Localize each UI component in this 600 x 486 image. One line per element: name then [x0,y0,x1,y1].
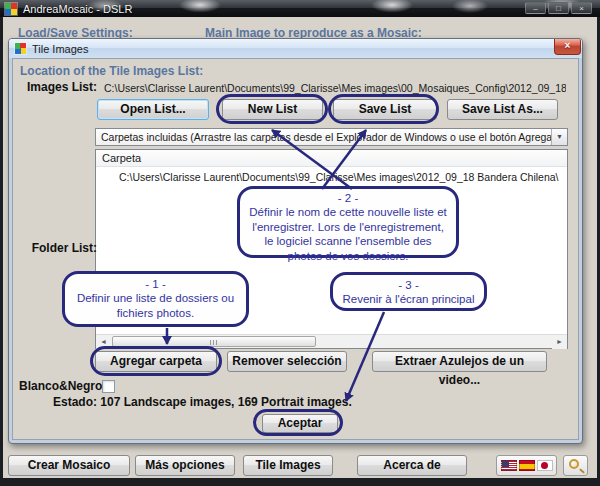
language-selector-button[interactable] [496,455,557,476]
new-list-button[interactable]: New List [222,99,323,120]
callout-step-2: - 2 - Définir le nom de cette nouvelle l… [237,186,459,258]
extraer-azulejos-button[interactable]: Extraer Azulejos de un video... [372,351,547,372]
magnifier-icon [569,459,579,469]
dialog-close-button[interactable]: × [554,39,581,55]
zoom-button[interactable] [563,455,588,476]
folder-list-row[interactable]: C:\Users\Clarisse Laurent\Documents\99_C… [119,171,559,183]
app-window: AndreaMosaic - DSLR – □ × Load/Save Sett… [0,0,600,486]
agregar-carpeta-button[interactable]: Agregar carpeta [95,351,217,372]
spain-flag-icon [519,460,535,471]
blanco-negro-label: Blanco&Negro: [19,379,97,393]
minimize-button[interactable]: – [525,2,546,14]
folder-mode-select[interactable]: Carpetas incluidas (Arrastre las carpeta… [95,128,568,146]
window-titlebar: AndreaMosaic - DSLR – □ × [0,0,600,17]
callout-1-text: Definir une liste de dossiers ou fichier… [73,291,238,320]
dialog-title: Tile Images [32,43,88,55]
scrollbar-thumb[interactable] [112,336,316,347]
location-header: Location of the Tile Images List: [20,64,203,78]
us-flag-icon [501,460,517,471]
acerca-de-button[interactable]: Acerca de [357,455,467,476]
images-list-label: Images List: [15,80,97,94]
folder-list-label: Folder List: [15,241,97,255]
japan-flag-icon [537,460,553,471]
horizontal-scrollbar[interactable]: ◄ ► [96,334,567,348]
callout-step-1: - 1 - Definir une liste de dossiers ou f… [62,271,249,327]
callout-3-text: Revenir à l'écran principal [341,292,476,306]
remover-seleccion-button[interactable]: Remover selección [227,351,347,372]
status-text: Estado: 107 Landscape images, 169 Portra… [53,395,352,409]
scrollbar-grip-icon [210,340,219,345]
tile-images-button[interactable]: Tile Images [243,455,333,476]
folder-column-header[interactable]: Carpeta [96,150,567,167]
save-list-button[interactable]: Save List [333,99,437,120]
andreamosaic-app-icon [5,3,17,15]
callout-3-title: - 3 - [341,278,476,292]
crear-mosaico-button[interactable]: Crear Mosaico [8,455,130,476]
callout-step-3: - 3 - Revenir à l'écran principal [330,272,487,311]
scroll-right-icon[interactable]: ► [552,335,567,349]
tile-images-dialog-icon [15,43,26,54]
images-list-path: C:\Users\Clarisse Laurent\Documents\99_C… [104,82,566,94]
aceptar-button[interactable]: Aceptar [262,414,338,433]
mas-opciones-button[interactable]: Más opciones [135,455,235,476]
callout-2-title: - 2 - [248,191,448,205]
window-title: AndreaMosaic - DSLR [23,3,132,15]
blanco-negro-checkbox[interactable] [102,380,115,393]
scroll-left-icon[interactable]: ◄ [96,335,111,349]
save-list-as-button[interactable]: Save List As... [447,99,558,120]
maximize-button[interactable]: □ [548,2,569,14]
close-button[interactable]: × [571,2,592,14]
callout-1-title: - 1 - [73,277,238,291]
dialog-titlebar[interactable]: Tile Images [9,39,582,58]
callout-2-text: Définir le nom de cette nouvelle liste e… [248,205,448,263]
chevron-down-icon[interactable]: ▼ [551,129,567,145]
open-list-button[interactable]: Open List... [97,99,209,120]
